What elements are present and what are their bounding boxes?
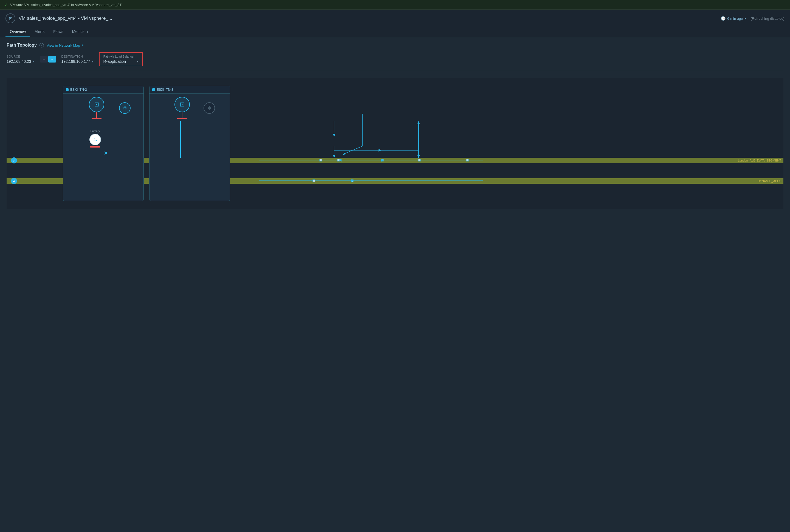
esxi-left-label: ESXi_TN-2: [70, 88, 87, 92]
tab-alerts[interactable]: Alerts: [30, 26, 49, 37]
router-bar: [90, 146, 100, 148]
vm-right-icon: ⊡: [174, 97, 190, 112]
vm-right-bar: [177, 118, 187, 119]
header-meta: 🕐 6 min ago ▾ (Refreshing disabled): [721, 16, 785, 21]
source-dest-row: Source 192.168.40.23 ▾ ← → Destination 1…: [6, 52, 784, 71]
destination-value-row: 192.168.100.177 ▾: [61, 59, 94, 64]
svg-line-3: [343, 146, 362, 154]
nav-tabs: Overview Alerts Flows Metrics ▾: [5, 26, 785, 37]
time-chevron-icon[interactable]: ▾: [745, 16, 746, 20]
router-icon: ⇋: [90, 134, 101, 145]
topology-canvas: ⇌ London_ALB_DATA_SEGMENT ⇌ DYNAMIC_APPS…: [6, 78, 784, 209]
esxi-right-label: ESXi_TN-3: [157, 88, 173, 92]
header-area: ⊡ VM sales_invoice_app_vm4 - VM vsphere_…: [0, 10, 790, 37]
destination-ip: 192.168.100.177: [61, 59, 90, 64]
network-map-link[interactable]: View in Network Map ↗: [46, 43, 84, 48]
destination-label: Destination: [61, 55, 94, 58]
external-link-icon: ↗: [81, 44, 84, 47]
svg-marker-16: [417, 155, 420, 158]
destination-dropdown-icon[interactable]: ▾: [92, 59, 94, 63]
section-title: Path Topology: [6, 43, 37, 48]
source-value-row: 192.168.40.23 ▾: [6, 59, 35, 64]
vm-right-connector: [180, 121, 181, 158]
monitor-icon: ⊡: [9, 16, 12, 21]
source-group: Source 192.168.40.23 ▾: [6, 55, 35, 64]
direction-controls: ← →: [40, 56, 56, 62]
refreshing-status: (Refreshing disabled): [751, 16, 785, 21]
path-lb-dropdown-icon[interactable]: ▾: [137, 59, 138, 63]
vm-left-line: [96, 112, 97, 118]
vm-right-line: [182, 112, 183, 118]
vm-left-bar: [92, 118, 101, 119]
vm-icon: ⊡: [5, 14, 15, 23]
header-title-row: ⊡ VM sales_invoice_app_vm4 - VM vsphere_…: [5, 14, 785, 23]
vm-node-left: ⊡: [89, 97, 104, 119]
time-ago: 6 min ago: [727, 16, 743, 21]
segment2-icon: ⇌: [11, 178, 17, 184]
path-lb-box: Path via Load Balancer l4-application ▾: [99, 52, 143, 66]
svg-marker-4: [343, 152, 345, 155]
source-label: Source: [6, 55, 35, 58]
primary-label: Primary: [91, 130, 100, 133]
vm-node-right: ⊡: [174, 97, 190, 119]
notification-bar: ✓ VMware VM 'sales_invoice_app_vm4' to V…: [0, 0, 790, 10]
snowflake-left: ❄: [119, 102, 131, 114]
tab-flows[interactable]: Flows: [49, 26, 68, 37]
notif-text: VMware VM 'sales_invoice_app_vm4' to VMw…: [10, 3, 122, 7]
check-icon: ✓: [4, 2, 8, 7]
destination-group: Destination 192.168.100.177 ▾: [61, 55, 94, 64]
section-header: Path Topology i View in Network Map ↗: [6, 43, 784, 48]
info-icon[interactable]: i: [39, 43, 44, 48]
metrics-chevron-icon: ▾: [87, 30, 88, 34]
svg-marker-1: [333, 134, 336, 137]
page-title: VM sales_invoice_app_vm4 - VM vsphere_..…: [19, 16, 112, 21]
esxi-left-header: ESXi_TN-2: [63, 86, 144, 94]
clock-icon: 🕐: [721, 16, 726, 21]
tab-metrics[interactable]: Metrics ▾: [68, 26, 93, 37]
arrow-left-button[interactable]: ←: [40, 56, 48, 62]
snowflake-right: ❄: [204, 102, 215, 114]
router-node: Primary ⇋: [90, 130, 101, 148]
x-marker: ✕: [104, 150, 108, 156]
main-content: Path Topology i View in Network Map ↗ So…: [0, 37, 790, 215]
path-lb-value-row: l4-application ▾: [104, 59, 138, 64]
svg-marker-6: [333, 155, 336, 158]
tab-overview[interactable]: Overview: [5, 26, 30, 37]
arrow-right-button[interactable]: →: [48, 56, 56, 62]
esxi-right-header: ESXi_TN-3: [150, 86, 230, 94]
segment1-label: London_ALB_DATA_SEGMENT: [738, 159, 781, 162]
path-lb-value: l4-application: [104, 59, 126, 64]
segment2-label: DYNAMIC_APPS: [758, 179, 781, 183]
source-dropdown-icon[interactable]: ▾: [33, 59, 35, 63]
svg-marker-25: [379, 149, 381, 152]
path-lb-label: Path via Load Balancer: [104, 55, 138, 58]
svg-marker-22: [417, 121, 420, 124]
esxi-left-dot: [66, 88, 69, 91]
vm-left-icon: ⊡: [89, 97, 104, 112]
source-ip: 192.168.40.23: [6, 59, 31, 64]
segment1-icon: ⇌: [11, 157, 17, 164]
esxi-right-dot: [152, 88, 155, 91]
